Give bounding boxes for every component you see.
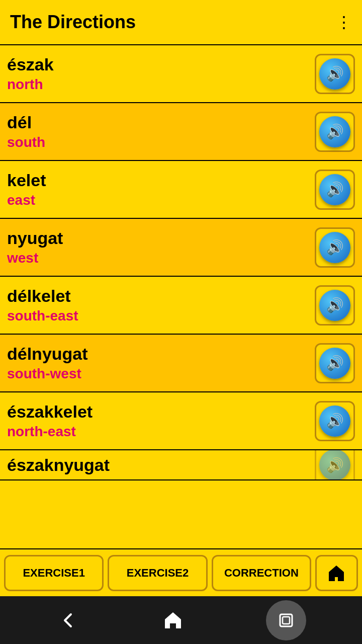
vocab-english-1: south (7, 134, 315, 150)
recents-button[interactable] (266, 600, 306, 640)
app-header: The Directions ⋮ (0, 0, 362, 45)
vocab-hungarian-6: északkelet (7, 402, 315, 422)
audio-button-0[interactable]: 🔊 (315, 54, 355, 94)
exercise2-button[interactable]: EXERCISE2 (108, 555, 207, 591)
home-toolbar-button[interactable] (315, 555, 358, 591)
svg-marker-3 (165, 612, 181, 628)
back-button[interactable] (56, 608, 80, 632)
vocab-text-0: észak north (7, 55, 315, 93)
vocab-english-4: south-east (7, 308, 315, 324)
menu-icon[interactable]: ⋮ (336, 13, 352, 32)
vocab-hungarian-0: észak (7, 55, 315, 74)
vocab-english-6: north-east (7, 424, 315, 440)
vocab-text-2: kelet east (7, 171, 315, 208)
speaker-icon-5: 🔊 (326, 355, 344, 371)
vocab-hungarian-4: délkelet (7, 286, 315, 306)
vocab-text-3: nyugat west (7, 228, 315, 266)
audio-button-1[interactable]: 🔊 (315, 112, 355, 152)
exercise1-button[interactable]: EXERCISE1 (4, 555, 104, 591)
vocab-partial-hungarian: északnyugat (7, 455, 110, 475)
correction-button[interactable]: CORRECTION (212, 555, 311, 591)
vocab-item: kelet east 🔊 (0, 161, 362, 219)
speaker-icon: 🔊 (326, 457, 344, 473)
page-title: The Directions (10, 12, 136, 33)
vocab-item: délkelet south-east 🔊 (0, 277, 362, 335)
back-icon (56, 608, 80, 632)
vocab-hungarian-5: délnyugat (7, 344, 315, 364)
speaker-icon-2: 🔊 (326, 181, 344, 198)
vocab-hungarian-2: kelet (7, 171, 315, 190)
vocab-hungarian-1: dél (7, 113, 315, 132)
vocab-item: északkelet north-east 🔊 (0, 392, 362, 450)
vocab-text-5: délnyugat south-west (7, 344, 315, 382)
speaker-icon-0: 🔊 (326, 65, 344, 82)
vocab-item-partial: északnyugat 🔊 (0, 450, 362, 480)
audio-button-5[interactable]: 🔊 (315, 343, 355, 383)
audio-button-2[interactable]: 🔊 (315, 170, 355, 210)
audio-button-6[interactable]: 🔊 (315, 401, 355, 441)
vocab-text-6: északkelet north-east (7, 402, 315, 440)
vocab-english-2: east (7, 192, 315, 208)
audio-button-3[interactable]: 🔊 (315, 227, 355, 268)
audio-button-4[interactable]: 🔊 (315, 285, 355, 326)
audio-button-partial[interactable]: 🔊 (315, 450, 355, 480)
vocab-hungarian-3: nyugat (7, 228, 315, 248)
svg-rect-4 (280, 614, 292, 626)
home-button[interactable] (162, 609, 184, 631)
vocab-english-5: south-west (7, 366, 315, 382)
svg-rect-2 (335, 577, 338, 581)
speaker-icon-1: 🔊 (326, 123, 344, 140)
home-toolbar-icon (326, 563, 346, 583)
vocab-text-1: dél south (7, 113, 315, 150)
vocab-list: észak north 🔊 dél south 🔊 kelet east (0, 45, 362, 548)
home-icon (162, 609, 184, 631)
vocab-item: dél south 🔊 (0, 103, 362, 161)
speaker-icon-3: 🔊 (326, 239, 344, 256)
speaker-icon-6: 🔊 (326, 413, 344, 429)
bottom-toolbar: EXERCISE1 EXERCISE2 CORRECTION (0, 548, 362, 596)
vocab-english-3: west (7, 250, 315, 266)
vocab-item: délnyugat south-west 🔊 (0, 335, 362, 392)
vocab-english-0: north (7, 76, 315, 93)
vocab-item: észak north 🔊 (0, 45, 362, 103)
recents-icon (277, 611, 295, 629)
speaker-icon-4: 🔊 (326, 297, 344, 313)
vocab-text-4: délkelet south-east (7, 286, 315, 324)
svg-rect-5 (283, 617, 290, 624)
vocab-item: nyugat west 🔊 (0, 219, 362, 277)
system-nav-bar (0, 596, 362, 644)
